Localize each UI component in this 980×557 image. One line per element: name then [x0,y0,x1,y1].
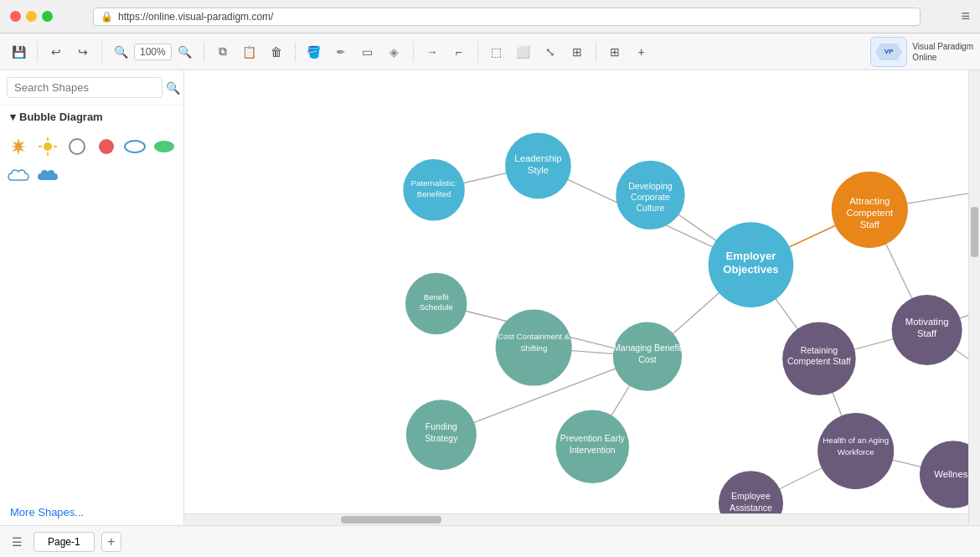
svg-text:Leadership: Leadership [514,153,561,163]
lock-icon: 🔒 [101,11,113,23]
shape-item-starburst[interactable] [7,135,30,158]
svg-text:Funding: Funding [426,421,457,431]
svg-text:Staff: Staff [860,219,880,230]
undo-button[interactable]: ↩ [44,40,68,64]
menu-button[interactable]: ≡ [961,8,970,25]
diagram-svg: Paternalistic: Benefited Leadership Styl… [184,70,980,525]
connector1-button[interactable]: → [420,40,444,64]
nodes: Paternalistic: Benefited Leadership Styl… [403,132,980,525]
shape-item-red-circle[interactable] [95,135,118,158]
fill-color-button[interactable]: 🪣 [302,40,326,64]
svg-text:Schedule: Schedule [420,302,453,312]
add-page-button[interactable]: + [101,532,121,552]
svg-text:Objectives: Objectives [723,263,778,276]
svg-text:Shifting: Shifting [520,343,547,353]
sep7 [596,42,596,62]
svg-text:Competent: Competent [846,208,893,218]
svg-text:Corporate: Corporate [631,192,670,202]
chevron-down-icon: ▾ [10,111,16,123]
svg-text:Cost Containment &: Cost Containment & [498,332,570,341]
shape-item-green-oval[interactable] [152,135,176,158]
sep5 [413,42,414,62]
grid-button[interactable]: ⊞ [603,40,627,64]
shape-item-sun[interactable] [36,135,59,158]
svg-text:Strategy: Strategy [425,433,458,443]
search-icon: 🔍 [166,81,180,95]
page-tab[interactable]: Page-1 [34,532,95,552]
resize-button[interactable]: ⤡ [539,40,562,64]
svg-text:Benefited: Benefited [417,189,451,199]
main-layout: 🔍 ⋮ ▾ Bubble Diagram [0,70,980,525]
sidebar: 🔍 ⋮ ▾ Bubble Diagram [0,70,184,525]
svg-text:Prevention Early: Prevention Early [560,433,626,443]
sep1 [37,42,38,62]
svg-text:Developing: Developing [628,181,673,191]
close-button[interactable] [10,11,21,22]
titlebar: 🔒 https://online.visual-paradigm.com/ ≡ [0,0,980,34]
svg-text:Culture: Culture [637,203,665,213]
svg-text:Motivating: Motivating [905,317,949,327]
line-color-button[interactable]: ✒ [329,40,353,64]
zoom-out-button[interactable]: 🔍 [109,40,132,64]
vertical-scrollbar[interactable] [968,70,980,525]
bottom-bar: ☰ Page-1 + [0,525,980,557]
sep2 [101,42,102,62]
url-text: https://online.visual-paradigm.com/ [118,11,273,23]
shape-palette [0,128,183,193]
shape-item-cloud2[interactable] [36,163,59,187]
svg-text:Wellness: Wellness [934,469,972,479]
connector2-button[interactable]: ⌐ [447,40,471,64]
horizontal-scrollbar[interactable] [184,513,968,525]
vp-logo-text: Visual Paradigm Online [912,41,973,63]
shape-item-blue-oval[interactable] [123,135,147,158]
svg-text:Benefit: Benefit [424,292,449,302]
redo-button[interactable]: ↪ [71,40,95,64]
more-shapes-link[interactable]: More Shapes... [0,499,183,525]
shape-button[interactable]: ▭ [356,40,379,64]
save-button[interactable]: 💾 [7,40,30,64]
shape-item-cloud1[interactable] [7,163,30,187]
svg-text:Competent Staff: Competent Staff [787,356,851,366]
horizontal-scroll-thumb[interactable] [341,516,441,523]
group-button[interactable]: ⬚ [485,40,508,64]
sep6 [477,42,478,62]
minimize-button[interactable] [26,11,37,22]
toolbar: 💾 ↩ ↪ 🔍 100% 🔍 ⧉ 📋 🗑 🪣 ✒ ▭ ◈ → ⌐ ⬚ ⬜ ⤡ ⊞… [0,34,980,70]
svg-text:Workforce: Workforce [838,447,874,456]
svg-text:Style: Style [528,165,549,175]
vp-logo: VP Visual Paradigm Online [870,37,973,67]
svg-text:Employer: Employer [726,250,776,262]
delete-button[interactable]: 🗑 [265,40,288,64]
svg-text:Paternalistic:: Paternalistic: [411,178,457,188]
svg-text:Employee: Employee [731,491,771,501]
vertical-scroll-thumb[interactable] [971,207,978,257]
zoom-in-button[interactable]: 🔍 [173,40,197,64]
svg-text:Staff: Staff [917,328,937,338]
paste-button[interactable]: 📋 [238,40,261,64]
svg-text:Assistance: Assistance [730,503,772,513]
section-label: Bubble Diagram [19,111,103,123]
svg-point-9 [125,141,145,152]
align-button[interactable]: ⬜ [512,40,535,64]
svg-text:VP: VP [885,48,894,55]
shape-item-circle[interactable] [65,135,89,158]
svg-point-7 [70,139,85,154]
traffic-lights [10,11,53,22]
svg-text:Health of an Aging: Health of an Aging [823,436,889,445]
page-list-button[interactable]: ☰ [7,532,27,552]
canvas-area[interactable]: Paternalistic: Benefited Leadership Styl… [184,70,980,525]
search-input[interactable] [7,77,162,98]
url-bar[interactable]: 🔒 https://online.visual-paradigm.com/ [93,8,921,26]
sidebar-section-title[interactable]: ▾ Bubble Diagram [0,106,183,128]
add-button[interactable]: + [630,40,653,64]
shadow-button[interactable]: ◈ [383,40,406,64]
fullscreen-button[interactable] [42,11,53,22]
zoom-value[interactable]: 100% [134,44,172,60]
copy-button[interactable]: ⧉ [211,40,235,64]
search-bar: 🔍 ⋮ [0,70,183,106]
svg-text:Intervention: Intervention [570,445,616,455]
zoom-control: 🔍 100% 🔍 [109,40,197,64]
svg-text:Retaining: Retaining [801,345,838,355]
more-align-button[interactable]: ⊞ [565,40,589,64]
svg-text:Attracting: Attracting [849,196,890,206]
